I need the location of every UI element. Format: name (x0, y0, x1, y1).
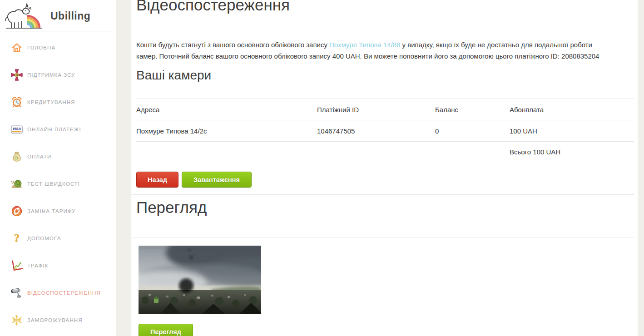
sidebar-item-label: ЗАМІНА ТАРИФУ (27, 208, 76, 214)
table-header: Баланс (435, 99, 510, 120)
traffic-chart-icon (9, 258, 25, 273)
brand-title: Ubilling (50, 10, 90, 22)
right-edge-strip (638, 0, 644, 336)
account-link[interactable]: Похмуре Типова 14/88 (329, 41, 400, 49)
sidebar: Ubilling ГОЛОВНАПІДТРИМКА ЗСУКРЕДИТУВАНН… (0, 0, 116, 336)
table-header: Адреса (136, 99, 317, 120)
table-total-row: Всього 100 UAH (136, 142, 634, 163)
sidebar-item-visa-card[interactable]: VISAОНЛАЙН ПЛАТЕЖІ (0, 116, 116, 143)
snail-icon (9, 177, 25, 191)
table-total-cell: Всього 100 UAH (510, 142, 634, 163)
sidebar-item-label: ТЕСТ ШВИДКОСТІ (27, 181, 80, 187)
cctv-camera-icon (9, 286, 25, 300)
balance-notice: Кошти будуть стягнуті з вашого основного… (136, 39, 612, 62)
visa-card-icon: VISA (9, 122, 25, 137)
preview-section-title: Перегляд (136, 198, 207, 217)
table-row: Похмуре Типова 14/2с10467475050100 UAH (136, 120, 634, 142)
sidebar-item-label: ТРАФІК (27, 263, 48, 268)
sidebar-item-snowflake[interactable]: ЗАМОРОЖУВАННЯ (0, 306, 116, 334)
divider (131, 194, 634, 195)
load-button[interactable]: Завантаження (182, 172, 252, 188)
divider (131, 33, 634, 33)
sidebar-item-traffic-chart[interactable]: ТРАФІК (0, 252, 116, 279)
sidebar-item-label: ОПЛАТИ (27, 154, 51, 159)
sidebar-item-label: ВІДЕОСПОСТЕРЕЖЕННЯ (27, 290, 101, 296)
sidebar-item-label: ДОПОМОГА (27, 236, 61, 241)
sidebar-item-change-arrows[interactable]: ЗАМІНА ТАРИФУ (0, 198, 116, 225)
table-cell: 1046747505 (317, 120, 435, 142)
sidebar-item-army-emblem[interactable]: ПІДТРИМКА ЗСУ (0, 61, 116, 89)
table-cell: Похмуре Типова 14/2с (136, 120, 317, 142)
sidebar-item-label: ГОЛОВНА (27, 45, 55, 50)
sidebar-item-home[interactable]: ГОЛОВНА (0, 34, 116, 61)
sidebar-item-label: ОНЛАЙН ПЛАТЕЖІ (27, 127, 81, 132)
sidebar-item-money-bag[interactable]: ОПЛАТИ (0, 143, 116, 170)
table-header: Платіжний ID (317, 99, 435, 120)
brand-header: Ubilling (0, 0, 116, 29)
snowflake-icon (9, 313, 25, 327)
divider (131, 237, 634, 237)
cameras-table: АдресаПлатіжний IDБалансАбонплата Похмур… (136, 99, 634, 163)
cameras-section-title: Ваші камери (136, 68, 211, 83)
cameras-table-head: АдресаПлатіжний IDБалансАбонплата (136, 99, 634, 120)
back-button[interactable]: Назад (136, 172, 178, 188)
sidebar-item-snail[interactable]: ТЕСТ ШВИДКОСТІ (0, 170, 116, 198)
home-icon (9, 40, 25, 55)
sidebar-item-label: ЗАМОРОЖУВАННЯ (27, 317, 83, 323)
cameras-table-body: Похмуре Типова 14/2с10467475050100 UAHВс… (136, 120, 634, 163)
svg-text:VISA: VISA (13, 127, 21, 131)
main-content: Відеоспостереження Кошти будуть стягнуті… (131, 0, 638, 336)
sidebar-gutter (116, 0, 131, 336)
table-actions: Назад Завантаження (136, 172, 252, 188)
change-arrows-icon (9, 204, 25, 218)
sidebar-item-label: ПІДТРИМКА ЗСУ (27, 72, 75, 78)
money-bag-icon (9, 149, 25, 164)
alarm-clock-icon (9, 95, 25, 109)
sidebar-menu: ГОЛОВНАПІДТРИМКА ЗСУКРЕДИТУВАННЯVISAОНЛА… (0, 31, 116, 334)
camera-snapshot[interactable] (139, 246, 261, 314)
sidebar-item-alarm-clock[interactable]: КРЕДИТУВАННЯ (0, 89, 116, 116)
table-cell: 0 (435, 120, 510, 142)
svg-text:?: ? (14, 232, 20, 244)
sidebar-item-label: КРЕДИТУВАННЯ (27, 99, 75, 105)
sidebar-item-question-mark[interactable]: ?ДОПОМОГА (0, 225, 116, 252)
sidebar-item-cctv-camera[interactable]: ВІДЕОСПОСТЕРЕЖЕННЯ (0, 279, 116, 306)
table-cell: 100 UAH (510, 120, 634, 142)
army-emblem-icon (9, 68, 25, 82)
table-header: Абонплата (510, 99, 634, 120)
page-title: Відеоспостереження (136, 0, 290, 14)
question-mark-icon: ? (9, 231, 25, 246)
unicorn-rainbow-logo-icon (4, 2, 47, 30)
notice-text-before: Кошти будуть стягнуті з вашого основного… (136, 41, 329, 49)
view-button[interactable]: Перегляд (139, 324, 193, 336)
